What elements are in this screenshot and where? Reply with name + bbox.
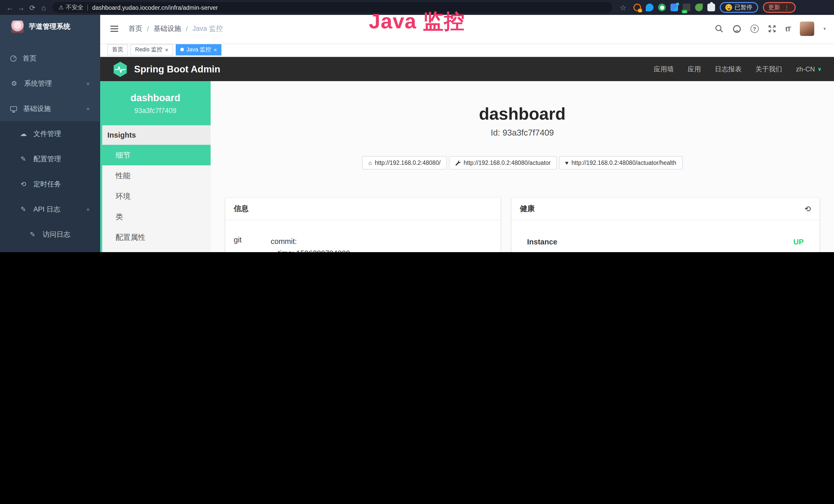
bookmark-star-icon[interactable]: ☆ (617, 3, 629, 12)
sba-nav-journal[interactable]: 日志报表 (715, 65, 742, 74)
tag-label: Java 监控 (186, 46, 211, 54)
sba-nav: 应用墙 应用 日志报表 关于我们 zh-CN ∨ (654, 65, 822, 74)
sidebar-item-infra[interactable]: 基础设施 ∧ (0, 96, 100, 121)
sidebar-item-api-log[interactable]: ✎ API 日志 ∧ (0, 197, 100, 222)
infra-monitor-icon (10, 106, 17, 111)
instance-header[interactable]: dashboard 93a3fc7f7409 (100, 82, 211, 125)
extension-icon[interactable]: 1 (633, 4, 641, 11)
sba-locale-select[interactable]: zh-CN ∨ (796, 65, 822, 73)
forward-icon[interactable]: → (16, 3, 27, 12)
sba-nav-about[interactable]: 关于我们 (755, 65, 782, 74)
sidebar-item-system[interactable]: ⚙ 系统管理 ∨ (0, 71, 100, 96)
paused-button[interactable]: 已暂停 (720, 2, 758, 13)
sidebar-item-file-manage[interactable]: ☁ 文件管理 (0, 121, 100, 146)
sidebar-item-scheduled-job[interactable]: ⟲ 定时任务 (0, 171, 100, 197)
card-title: 健康 (520, 204, 535, 214)
sidebar-item-error-log[interactable]: ✎ 错误日志 (0, 247, 100, 252)
tag-java-monitor[interactable]: Java 监控 × (175, 44, 221, 55)
sba-content: dashboard Id: 93a3fc7f7409 ⌂ http://192.… (211, 82, 834, 252)
row-key: git (234, 236, 271, 252)
locale-label: zh-CN (796, 65, 815, 73)
github-icon[interactable] (732, 25, 741, 33)
sba-nav-applications[interactable]: 应用 (687, 65, 701, 74)
extension-icon[interactable] (707, 4, 715, 11)
chevron-down-icon: ∨ (86, 81, 90, 86)
fullscreen-icon[interactable] (768, 25, 776, 33)
user-avatar[interactable] (800, 22, 814, 36)
tag-redis-monitor[interactable]: Redis 监控 × (130, 44, 173, 55)
sba-item-config-props[interactable]: 配置属性 (100, 227, 211, 248)
history-icon[interactable]: ⟲ (805, 204, 811, 214)
app-logo[interactable]: 芋道管理系统 (0, 15, 100, 39)
search-icon[interactable] (715, 25, 723, 33)
sidebar-item-access-log[interactable]: ✎ 访问日志 (0, 222, 100, 247)
hamburger-icon[interactable] (110, 28, 118, 29)
sba-brand[interactable]: Spring Boot Admin (134, 63, 220, 75)
security-label: 不安全 (66, 4, 84, 11)
sba-item-details[interactable]: 细节 (100, 145, 211, 166)
tags-view: 首页 Redis 监控 × Java 监控 × (100, 43, 834, 57)
actuator-url-button[interactable]: http://192.168.0.2:48080/actuator (449, 156, 557, 170)
right-column: 健康 ⟲ Instance UP (511, 198, 820, 252)
sba-item-scheduled-tasks[interactable]: 计划任务 (100, 248, 211, 252)
sba-item-metrics[interactable]: 性能 (100, 166, 211, 186)
chevron-up-icon: ∧ (86, 207, 90, 211)
annotation-text: Java 监控 (369, 7, 465, 36)
breadcrumb-home[interactable]: 首页 (128, 24, 142, 33)
card-body: Instance UP (512, 221, 819, 252)
log-edit-icon: ✎ (29, 231, 37, 238)
navbar-actions: ? tT ▾ (715, 22, 826, 36)
sidebar-item-label: API 日志 (34, 205, 60, 214)
home-icon[interactable]: ⌂ (38, 3, 49, 12)
wrench-icon (455, 160, 461, 166)
sidebar-item-label: 定时任务 (34, 180, 61, 189)
text-size-icon[interactable]: tT (785, 25, 791, 33)
extension-icon[interactable] (671, 4, 678, 11)
health-row-instance[interactable]: Instance UP (527, 221, 804, 252)
avatar-caret-icon[interactable]: ▾ (824, 26, 826, 31)
app-title: 芋道管理系统 (29, 22, 70, 31)
home-icon: ⌂ (368, 160, 372, 166)
sba-item-classes[interactable]: 类 (100, 207, 211, 227)
extension-icon[interactable]: on (683, 4, 690, 11)
sidebar-item-label: 访问日志 (43, 230, 70, 239)
service-url: http://192.168.0.2:48080/ (375, 160, 440, 166)
health-url: http://192.168.0.2:48080/actuator/health (571, 160, 676, 166)
health-card: 健康 ⟲ Instance UP (511, 198, 820, 252)
status-badge: UP (793, 238, 804, 246)
close-icon[interactable]: × (214, 47, 217, 53)
extension-icon[interactable] (695, 4, 703, 11)
health-url-button[interactable]: ♥ http://192.168.0.2:48080/actuator/heal… (559, 156, 682, 170)
back-icon[interactable]: ← (4, 3, 16, 12)
close-icon[interactable]: × (165, 47, 168, 53)
admin-app: 芋道管理系统 首页 ⚙ 系统管理 ∨ 基础设施 ∧ (0, 15, 834, 252)
top-navbar: 首页 / 基础设施 / Java 监控 ? (100, 15, 834, 43)
sidebar: 芋道管理系统 首页 ⚙ 系统管理 ∨ 基础设施 ∧ (0, 15, 100, 252)
sba-item-environment[interactable]: 环境 (100, 186, 211, 207)
tag-home[interactable]: 首页 (107, 44, 128, 55)
help-icon[interactable]: ? (750, 25, 759, 33)
breadcrumb-infra[interactable]: 基础设施 (154, 24, 181, 33)
reload-icon[interactable]: ⟳ (27, 3, 38, 12)
sidebar-item-home[interactable]: 首页 (0, 46, 100, 71)
instance-links: ⌂ http://192.168.0.2:48080/ http://192.1… (225, 156, 820, 170)
extension-icon[interactable] (646, 4, 654, 11)
address-bar[interactable]: ⚠ 不安全 dashboard.yudao.iocoder.cn/infra/a… (52, 2, 612, 13)
kebab-menu-icon[interactable]: ⋮ (784, 4, 790, 11)
edit-icon: ✎ (20, 155, 27, 163)
sba-navbar: Spring Boot Admin 应用墙 应用 日志报表 关于我们 zh-CN… (100, 57, 834, 81)
service-url-button[interactable]: ⌂ http://192.168.0.2:48080/ (362, 156, 447, 170)
sidebar-item-label: 系统管理 (24, 79, 52, 88)
git-time-line: time: 1596289704000 (271, 248, 492, 252)
card-body: git commit: time: 1596289704000 id: 27aa… (225, 221, 500, 252)
git-commit-line: commit: (271, 236, 492, 248)
sidebar-item-config-manage[interactable]: ✎ 配置管理 (0, 146, 100, 171)
dashboard-icon (10, 55, 17, 61)
breadcrumb: 首页 / 基础设施 / Java 监控 (128, 24, 223, 33)
tag-label: 首页 (112, 46, 123, 54)
breadcrumb-current: Java 监控 (192, 24, 223, 33)
sba-nav-wallboard[interactable]: 应用墙 (654, 65, 674, 74)
extension-icon[interactable] (658, 4, 666, 11)
card-header: 健康 ⟲ (512, 198, 819, 221)
update-button[interactable]: 更新 ⋮ (763, 2, 795, 13)
